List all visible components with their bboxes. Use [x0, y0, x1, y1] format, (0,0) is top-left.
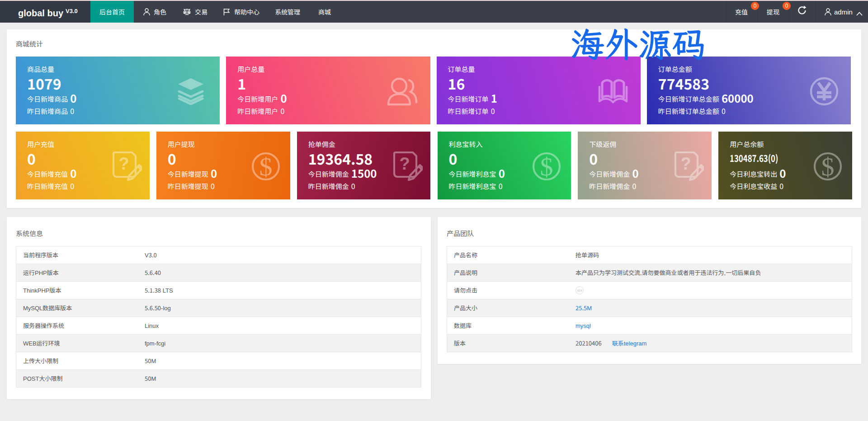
svg-text:$: $	[540, 152, 553, 181]
svg-text:?: ?	[118, 154, 129, 173]
svg-text:$: $	[259, 152, 272, 181]
svg-text:?: ?	[681, 154, 691, 173]
svg-text:?: ?	[400, 154, 410, 173]
svg-text:$: $	[821, 152, 834, 181]
